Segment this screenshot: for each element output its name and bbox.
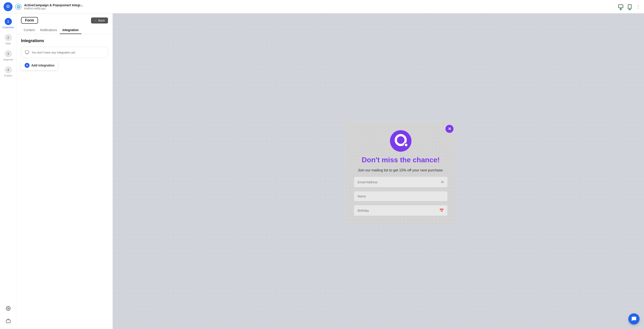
email-field[interactable]: ✉ bbox=[354, 177, 448, 188]
panel-content: Integrations You don't have any integrat… bbox=[16, 34, 112, 329]
email-field-wrapper: ✉ bbox=[354, 177, 448, 188]
desktop-active-dot bbox=[620, 9, 622, 10]
panel-tabs: Content Notifications Integration bbox=[16, 24, 112, 34]
birthday-field[interactable]: 📅 bbox=[354, 205, 448, 216]
panel: Form ← Back Content Notifications Integr… bbox=[16, 14, 113, 329]
svg-rect-6 bbox=[6, 320, 10, 323]
page-main-title: ActiveCampaign & Popupsmart Integr... bbox=[24, 3, 616, 7]
form-badge: Form bbox=[21, 17, 38, 24]
name-input[interactable] bbox=[354, 191, 448, 201]
preview-area: ✕ Don't miss the chance! Join our mailin… bbox=[113, 14, 644, 329]
svg-rect-7 bbox=[25, 51, 29, 54]
sidebar-item-style[interactable]: 2 Style bbox=[0, 32, 16, 47]
step-1-label: Customize bbox=[2, 26, 14, 29]
page-subtitle: trialfirst.netlify.app bbox=[24, 7, 616, 10]
empty-message-text: You don't have any integration yet bbox=[32, 51, 75, 54]
page-title: ActiveCampaign & Popupsmart Integr... tr… bbox=[24, 3, 616, 10]
more-options-button[interactable]: ⋮ bbox=[636, 4, 640, 10]
topbar-actions: ⋮ bbox=[618, 4, 640, 10]
mobile-active-dot bbox=[629, 9, 630, 10]
mobile-view-button[interactable] bbox=[627, 4, 632, 10]
sidebar-item-publish[interactable]: 4 Publish bbox=[0, 65, 16, 79]
popup-headline: Don't miss the chance! bbox=[362, 156, 440, 164]
main-layout: 1 Customize 2 Style 3 Segment 4 Publish bbox=[0, 14, 644, 329]
step-3-circle: 3 bbox=[5, 50, 12, 57]
calendar-icon: 📅 bbox=[440, 208, 444, 213]
chat-bubble-button[interactable] bbox=[628, 313, 640, 324]
sidebar-item-segment[interactable]: 3 Segment bbox=[0, 48, 16, 63]
sidebar: 1 Customize 2 Style 3 Segment 4 Publish bbox=[0, 14, 16, 329]
step-3-label: Segment bbox=[3, 58, 13, 61]
back-arrow-icon: ← bbox=[94, 19, 97, 22]
svg-point-5 bbox=[8, 308, 9, 309]
panel-header: Form ← Back bbox=[16, 14, 112, 24]
birthday-input[interactable] bbox=[358, 209, 440, 212]
popup-card: ✕ Don't miss the chance! Join our mailin… bbox=[345, 122, 456, 225]
empty-integration-message: You don't have any integration yet bbox=[21, 47, 108, 58]
sidebar-item-customize[interactable]: 1 Customize bbox=[0, 16, 16, 31]
email-input[interactable] bbox=[358, 180, 439, 184]
email-icon: ✉ bbox=[441, 180, 444, 184]
tab-integration[interactable]: Integration bbox=[60, 27, 81, 34]
step-1-circle: 1 bbox=[5, 18, 12, 25]
popup-close-button[interactable]: ✕ bbox=[446, 125, 454, 133]
settings-button[interactable] bbox=[4, 304, 13, 313]
svg-point-13 bbox=[405, 144, 408, 146]
plus-icon: + bbox=[24, 63, 30, 68]
step-4-circle: 4 bbox=[5, 66, 12, 73]
svg-rect-0 bbox=[618, 5, 623, 8]
add-integration-button[interactable]: + Add integration bbox=[21, 61, 58, 70]
tab-notifications[interactable]: Notifications bbox=[37, 27, 60, 34]
section-title: Integrations bbox=[21, 39, 108, 43]
integration-empty-icon bbox=[25, 50, 29, 55]
help-button[interactable] bbox=[4, 316, 13, 325]
tab-content[interactable]: Content bbox=[21, 27, 37, 34]
step-2-circle: 2 bbox=[5, 34, 12, 41]
step-2-label: Style bbox=[5, 42, 11, 45]
globe-icon: 🌐 bbox=[15, 4, 22, 10]
popup-subtext: Join our mailing list to get 15% off you… bbox=[358, 168, 444, 173]
back-button[interactable]: ← Back bbox=[91, 18, 108, 24]
step-4-label: Publish bbox=[4, 74, 12, 77]
desktop-view-button[interactable] bbox=[618, 4, 624, 10]
app-logo: O bbox=[4, 2, 12, 11]
topbar: O 🌐 ActiveCampaign & Popupsmart Integr..… bbox=[0, 0, 644, 14]
popup-logo bbox=[390, 130, 412, 152]
svg-point-10 bbox=[390, 130, 412, 152]
